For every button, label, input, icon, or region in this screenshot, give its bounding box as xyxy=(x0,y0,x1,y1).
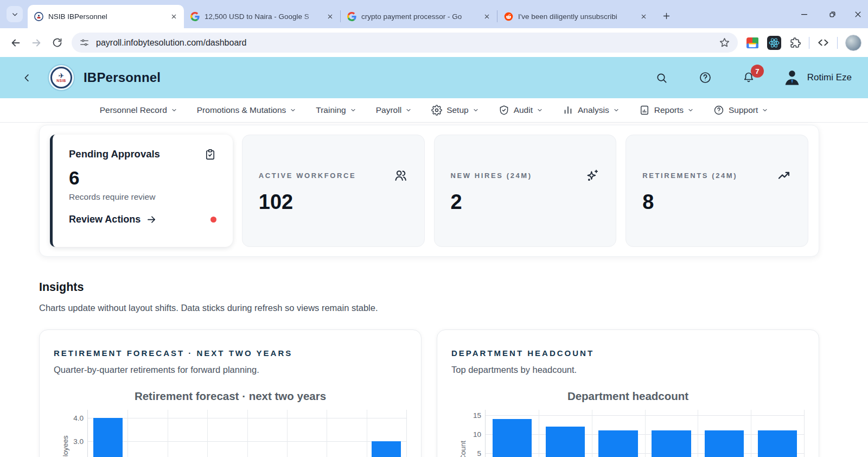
nav-reports[interactable]: Reports xyxy=(639,105,694,116)
nav-analysis[interactable]: Analysis xyxy=(563,105,620,116)
collapse-back-button[interactable] xyxy=(20,71,34,85)
insights-description: Charts update without layout shifts. Dat… xyxy=(39,303,819,313)
document-chart-icon xyxy=(639,105,650,116)
user-name: Rotimi Eze xyxy=(807,72,852,83)
shield-check-icon xyxy=(499,105,509,116)
code-devtools-icon[interactable] xyxy=(817,36,829,49)
chart-bar xyxy=(493,419,532,457)
tab-title: NSIB IBPersonnel xyxy=(48,12,169,21)
app-title: IBPersonnel xyxy=(84,70,161,85)
card-label: RETIREMENTS (24M) xyxy=(642,172,737,180)
new-hires-card: NEW HIRES (24M) 2 xyxy=(434,135,617,247)
minimize-button[interactable] xyxy=(790,0,818,28)
nav-label: Payroll xyxy=(376,105,401,115)
nav-personnel-record[interactable]: Personnel Record xyxy=(100,105,177,115)
chart-bar xyxy=(705,430,744,457)
extensions-area xyxy=(745,35,861,51)
chevron-down-icon xyxy=(405,107,412,113)
gear-icon xyxy=(431,105,442,116)
react-devtools-extension-icon[interactable] xyxy=(767,36,781,50)
nsib-favicon xyxy=(34,12,43,21)
help-icon xyxy=(699,71,712,84)
alert-dot xyxy=(210,217,216,223)
insights-title: Insights xyxy=(39,281,819,294)
search-button[interactable] xyxy=(651,67,673,88)
v-gridline xyxy=(127,410,128,457)
new-tab-button[interactable] xyxy=(658,8,674,24)
nav-payroll[interactable]: Payroll xyxy=(376,105,412,115)
tab-reddit-unsubscribe[interactable]: I've been diligently unsubscribi xyxy=(497,5,654,28)
y-tick-label: 15 xyxy=(473,411,481,420)
tab-search-button[interactable] xyxy=(7,6,23,22)
window-controls xyxy=(790,0,868,28)
app-header: ✈ NSIB IBPersonnel 7 Rotimi Eze xyxy=(0,57,868,98)
browser-profile-avatar[interactable] xyxy=(845,35,861,51)
y-axis: 15105 xyxy=(461,410,485,457)
nav-audit[interactable]: Audit xyxy=(499,105,543,116)
restore-button[interactable] xyxy=(818,0,846,28)
chevron-down-icon xyxy=(171,107,177,113)
nsib-logo-text: NSIB xyxy=(56,79,66,83)
star-icon[interactable] xyxy=(719,37,730,48)
back-arrow-icon xyxy=(10,37,22,49)
pending-approvals-card[interactable]: Pending Approvals 6 Records require revi… xyxy=(50,135,233,247)
nav-support[interactable]: Support xyxy=(713,105,768,116)
tab-nsib-ibpersonnel[interactable]: NSIB IBPersonnel xyxy=(28,5,184,28)
nav-training[interactable]: Training xyxy=(316,105,356,115)
header-actions: 7 Rotimi Eze xyxy=(651,67,852,88)
card-value: 8 xyxy=(642,191,792,214)
chevron-down-icon xyxy=(762,107,768,113)
pending-count: 6 xyxy=(69,167,216,189)
google-cards-extension-icon[interactable] xyxy=(745,36,760,50)
restore-icon xyxy=(828,10,837,18)
address-bar[interactable]: payroll.infobytesolution.com/dashboard xyxy=(72,33,738,53)
tab-close-icon[interactable] xyxy=(325,12,335,22)
tab-close-icon[interactable] xyxy=(169,12,178,22)
close-window-button[interactable] xyxy=(846,0,868,28)
nav-label: Analysis xyxy=(578,105,609,115)
chart-bar xyxy=(758,430,797,457)
reload-button[interactable] xyxy=(47,33,67,53)
user-menu[interactable]: Rotimi Eze xyxy=(782,68,852,87)
tab-close-icon[interactable] xyxy=(482,12,492,22)
minimize-icon xyxy=(800,10,808,18)
url-text[interactable]: payroll.infobytesolution.com/dashboard xyxy=(96,38,719,48)
nav-promotions-mutations[interactable]: Promotions & Mutations xyxy=(197,105,297,115)
charts-row: RETIREMENT FORECAST · NEXT TWO YEARS Qua… xyxy=(39,329,819,457)
chevron-down-icon xyxy=(11,11,18,18)
v-gridline xyxy=(367,410,367,457)
chart-bar xyxy=(372,441,401,457)
back-button[interactable] xyxy=(5,33,26,53)
stats-container: Pending Approvals 6 Records require revi… xyxy=(39,125,819,257)
review-actions-link[interactable]: Review Actions xyxy=(69,214,157,225)
chevron-down-icon xyxy=(537,107,543,113)
tab-close-icon[interactable] xyxy=(639,12,648,22)
card-label: NEW HIRES (24M) xyxy=(451,172,532,180)
main-nav: Personnel Record Promotions & Mutations … xyxy=(0,98,868,123)
tab-title: crypto payment processor - Go xyxy=(361,12,482,21)
chevron-down-icon xyxy=(687,107,694,113)
chart-card-title: RETIREMENT FORECAST · NEXT TWO YEARS xyxy=(54,348,407,358)
chart-title: Retirement forecast · next two years xyxy=(54,390,407,403)
v-gridline xyxy=(327,410,327,457)
active-workforce-card: ACTIVE WORKFORCE 102 xyxy=(242,135,425,247)
plot-area xyxy=(485,410,805,457)
v-gridline xyxy=(698,410,698,457)
tab-title: 12,500 USD to Naira - Google S xyxy=(205,12,325,21)
arrow-right-icon xyxy=(146,214,157,225)
tab-usd-to-naira[interactable]: 12,500 USD to Naira - Google S xyxy=(184,5,340,28)
chart-title: Department headcount xyxy=(451,390,805,403)
tune-icon[interactable] xyxy=(79,37,90,48)
tab-crypto-payment[interactable]: crypto payment processor - Go xyxy=(341,5,497,28)
forward-button[interactable] xyxy=(26,33,47,53)
help-button[interactable] xyxy=(694,67,716,88)
nav-label: Training xyxy=(316,105,346,115)
question-circle-icon xyxy=(713,105,724,116)
extensions-puzzle-icon[interactable] xyxy=(789,36,801,49)
notifications-button[interactable]: 7 xyxy=(738,67,760,88)
v-gridline xyxy=(751,410,751,457)
nav-setup[interactable]: Setup xyxy=(431,105,479,116)
search-icon xyxy=(655,72,668,84)
v-gridline xyxy=(645,410,646,457)
retirement-forecast-card: RETIREMENT FORECAST · NEXT TWO YEARS Qua… xyxy=(39,329,422,457)
